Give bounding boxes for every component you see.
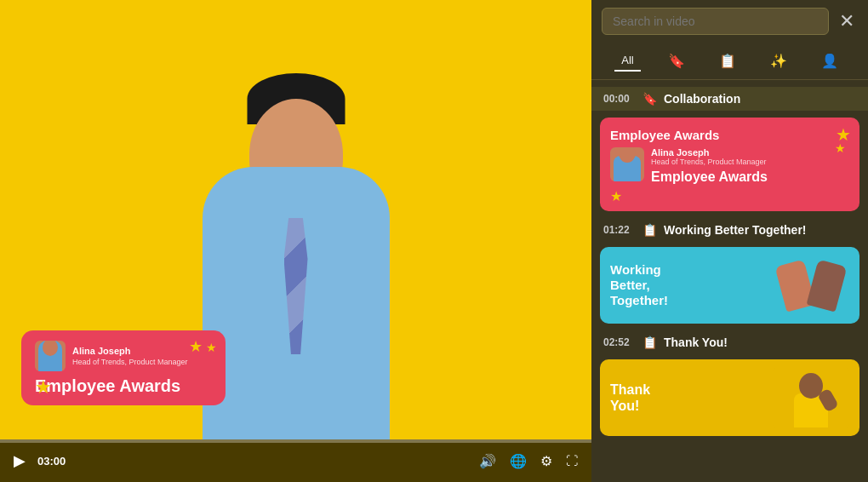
hand-right xyxy=(806,259,847,312)
section-title-2: Thank You! xyxy=(664,336,728,349)
volume-icon[interactable]: 🔊 xyxy=(479,453,496,469)
overlay-person-role: Head of Trends, Product Manager xyxy=(72,358,188,366)
search-bar: ✕ xyxy=(591,0,868,43)
star-bottom-icon: ★ xyxy=(35,376,52,399)
stars-top-right: ★ ★ xyxy=(189,337,217,356)
result-yellow-text: Thank You! xyxy=(610,382,764,414)
tab-people[interactable]: 👤 xyxy=(814,49,845,72)
overlay-card-title: Employee Awards xyxy=(35,376,212,395)
thank-you-image xyxy=(773,368,849,427)
close-icon[interactable]: ✕ xyxy=(836,7,858,36)
slide-section-icon-2: 📋 xyxy=(642,336,657,349)
hands-visual xyxy=(780,262,842,309)
result-card-subtitle: Employee Awards xyxy=(651,169,768,185)
result-card-red: Employee Awards Alina Joseph Head of Tre… xyxy=(600,118,859,211)
result-person-role: Head of Trends, Product Manager xyxy=(651,158,768,166)
tab-bookmark[interactable]: 🔖 xyxy=(661,49,692,72)
globe-icon[interactable]: 🌐 xyxy=(510,453,527,469)
result-blue-text: Working Better, Together! xyxy=(610,262,764,308)
result-item-employee-awards[interactable]: Employee Awards Alina Joseph Head of Tre… xyxy=(600,118,859,211)
tab-effects[interactable]: ✨ xyxy=(763,49,794,72)
overlay-person-name: Alina Joseph xyxy=(72,346,188,357)
results-list: 00:00 🔖 Collaboration Employee Awards Al… xyxy=(591,80,868,482)
section-header-thank-you: 02:52 📋 Thank You! xyxy=(591,330,868,353)
result-star-small: ★ xyxy=(835,141,846,155)
sidebar-panel: ✕ All 🔖 📋 ✨ 👤 00:00 🔖 Collaboration Empl… xyxy=(591,0,868,482)
result-card-blue: Working Better, Together! xyxy=(600,247,859,324)
time-display: 03:00 xyxy=(37,455,66,468)
settings-icon[interactable]: ⚙ xyxy=(540,453,552,469)
result-person-name: Alina Joseph xyxy=(651,147,768,158)
section-time-0: 00:00 xyxy=(603,93,636,105)
fullscreen-icon[interactable]: ⛶ xyxy=(566,454,578,468)
result-item-thank-you[interactable]: Thank You! xyxy=(600,359,859,436)
result-star-bottom: ★ xyxy=(610,188,622,204)
video-controls: ▶ 03:00 🔊 🌐 ⚙ ⛶ xyxy=(0,439,591,482)
overlay-avatar xyxy=(35,341,66,371)
slide-section-icon-1: 📋 xyxy=(642,223,657,237)
section-time-2: 02:52 xyxy=(603,336,636,348)
section-time-1: 01:22 xyxy=(603,224,636,236)
section-header-working-together: 01:22 📋 Working Better Together! xyxy=(591,218,868,240)
star-icon: ★ xyxy=(189,338,203,355)
tab-all[interactable]: All xyxy=(614,50,640,72)
video-overlay-card: Alina Joseph Head of Trends, Product Man… xyxy=(21,330,226,405)
section-title-0: Collaboration xyxy=(664,92,740,106)
result-item-working-together[interactable]: Working Better, Together! xyxy=(600,247,859,324)
search-input[interactable] xyxy=(602,8,829,35)
progress-bar-container[interactable] xyxy=(0,439,591,443)
result-card-yellow: Thank You! xyxy=(600,359,859,436)
tab-slides[interactable]: 📋 xyxy=(712,49,743,72)
section-header-collaboration: 00:00 🔖 Collaboration xyxy=(591,87,868,111)
thank-person-visual xyxy=(785,368,837,427)
working-together-image xyxy=(773,255,849,315)
stars-bottom-left: ★ xyxy=(35,376,52,399)
bookmark-section-icon: 🔖 xyxy=(642,92,657,106)
result-card-employee-awards-title: Employee Awards xyxy=(610,128,849,142)
star-small-icon: ★ xyxy=(206,341,217,354)
filter-tabs: All 🔖 📋 ✨ 👤 xyxy=(591,43,868,80)
result-mini-avatar xyxy=(610,147,644,181)
video-player: Alina Joseph Head of Trends, Product Man… xyxy=(0,0,591,482)
control-icons-group: 🔊 🌐 ⚙ ⛶ xyxy=(479,453,578,469)
section-title-1: Working Better Together! xyxy=(664,223,807,237)
play-button[interactable]: ▶ xyxy=(14,451,26,470)
